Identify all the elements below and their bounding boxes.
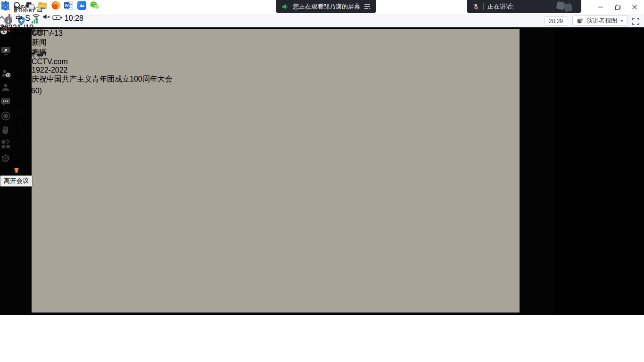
share-screen-button[interactable]: 共享屏幕: [0, 45, 43, 59]
chevron-down-icon: [620, 20, 624, 24]
main-area: CCTV-13 新闻 直播 CCTV.com 1922-2022 庆祝中国共产主…: [0, 27, 644, 315]
meeting-app-window: 您正在观看邹乃潇的屏幕 正在讲话: 28:29 演讲者视图: [0, 0, 644, 362]
start-button[interactable]: [0, 4, 10, 12]
app-logo-watermark: [555, 2, 576, 11]
fullscreen-icon: [632, 17, 640, 25]
watching-screen-label: 您正在观看邹乃潇的屏幕: [293, 2, 360, 11]
tray-overflow-chevron[interactable]: [0, 16, 5, 21]
svg-text:W: W: [65, 3, 69, 8]
minimize-button[interactable]: [592, 0, 609, 14]
speaking-label: 正在讲话:: [487, 2, 514, 11]
invite-icon: [0, 68, 11, 79]
settings-button[interactable]: 设置: [0, 153, 43, 167]
view-mode-button[interactable]: 演讲者视图: [572, 16, 628, 26]
chat-button[interactable]: 聊天: [0, 96, 43, 110]
muted-mic-icon: [472, 3, 479, 10]
leave-meeting-button[interactable]: 离开会议: [0, 175, 33, 187]
raise-hand-icon: [0, 124, 11, 136]
share-options-chevron[interactable]: [0, 61, 5, 66]
ime-skin-icon: [13, 167, 20, 173]
speaking-status-pill: 正在讲话:: [467, 0, 581, 13]
tray-ime-lang[interactable]: 中: [16, 14, 23, 22]
layout-view-icon: [577, 17, 584, 25]
word-button[interactable]: W: [63, 4, 74, 12]
record-button[interactable]: 录制: [0, 110, 43, 124]
wechat-button[interactable]: [89, 4, 100, 12]
gear-icon: [0, 153, 11, 164]
broadcast-video: CCTV-13 新闻 直播 CCTV.com 1922-2022 庆祝中国共产主…: [32, 29, 520, 313]
window-controls: [592, 0, 643, 14]
apps-button[interactable]: 应用: [0, 139, 43, 153]
battery-icon[interactable]: [52, 15, 62, 21]
close-button[interactable]: [626, 0, 643, 14]
shared-screen-stage: CCTV-13 新闻 直播 CCTV.com 1922-2022 庆祝中国共产主…: [0, 27, 554, 315]
record-icon: [0, 110, 11, 122]
members-button[interactable]: 成员(60): [0, 82, 43, 96]
ime-mode-label: CN: [0, 167, 11, 175]
wifi-icon[interactable]: [32, 13, 40, 21]
restore-button[interactable]: [609, 0, 626, 14]
share-screen-icon: [0, 45, 11, 57]
meeting-timer: 28:29: [545, 16, 567, 26]
camera-options-chevron[interactable]: [0, 39, 5, 44]
file-explorer-button[interactable]: [37, 4, 48, 12]
meeting-app-button[interactable]: [76, 4, 87, 12]
task-view-button[interactable]: [25, 4, 35, 12]
volume-muted-icon[interactable]: [42, 13, 50, 21]
divider: [483, 3, 484, 10]
search-button[interactable]: [12, 4, 23, 12]
watching-screen-pill: 您正在观看邹乃潇的屏幕: [276, 0, 376, 13]
ime-indicator[interactable]: CN: [0, 167, 43, 175]
invite-button[interactable]: 邀请: [0, 68, 43, 82]
time: 10:28: [65, 14, 83, 22]
date: 2022/5/10: [0, 24, 33, 32]
firefox-button[interactable]: [50, 4, 61, 12]
scene-people-texture: [32, 29, 520, 313]
layout-menu-icon[interactable]: [364, 4, 371, 9]
members-icon: [0, 82, 11, 93]
apps-icon: [0, 139, 11, 150]
chat-icon: [0, 96, 11, 107]
windows-taskbar: W 中 S 10:28 2022/5/10: [0, 0, 100, 32]
tray-mic-icon[interactable]: [6, 13, 13, 21]
speaker-icon: [281, 3, 289, 10]
raise-hand-button[interactable]: 举手: [0, 124, 43, 139]
view-mode-label: 演讲者视图: [586, 16, 617, 25]
sogou-ime-icon[interactable]: S: [25, 14, 30, 22]
fullscreen-button[interactable]: [631, 16, 640, 26]
